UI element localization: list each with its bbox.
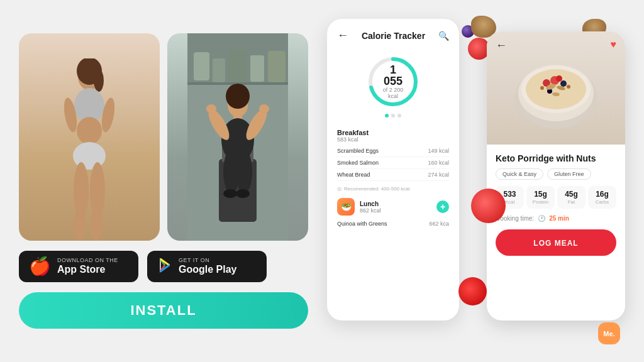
nutrition-kcal: 533 Kcal [496,186,524,209]
svg-point-56 [567,85,570,89]
log-meal-button[interactable]: LOG MEAL [496,229,616,256]
blueberry-decoration-1 [462,25,474,38]
svg-point-50 [556,75,562,82]
recipe-image: ← ♥ [487,31,625,145]
dot-1 [385,114,389,118]
avatar-card: Me. [598,322,620,344]
googleplay-text: GET IT ON Google Play [179,257,236,275]
meal-item-cal-2: 160 kcal [428,160,449,166]
add-lunch-button[interactable]: + [436,200,449,213]
recipe-title: Keto Porridge with Nuts [496,153,616,163]
recommended-label: Recommended: 400-500 kcal [344,186,410,192]
circle-center: 1 055 of 2 200 kcal [379,64,408,99]
svg-rect-17 [213,58,225,82]
quinoa-name: Quinoa with Greens [337,221,387,227]
avatar-initials: Me. [603,330,614,337]
meal-item-cal: 149 kcal [428,148,449,154]
svg-rect-19 [250,55,264,82]
svg-point-5 [77,117,102,145]
meal-item-name-3: Wheat Bread [337,172,370,178]
svg-point-31 [259,104,269,113]
calorie-tracker-header: ← Calorie Tracker 🔍 [327,19,459,47]
protein-value: 15g [528,190,553,199]
back-arrow-icon[interactable]: ← [337,29,348,42]
svg-point-2 [94,69,104,92]
calorie-tracker-title: Calorie Tracker [362,31,425,41]
nutrition-carbs: 16g Carbs [588,186,616,209]
appstore-text: Download on the App Store [57,257,118,275]
progress-dots [385,114,401,118]
recipe-back-icon[interactable]: ← [496,39,507,52]
kcal-label: Kcal [497,199,523,205]
svg-rect-18 [228,49,247,82]
googleplay-icon [157,258,172,276]
heart-icon[interactable]: ♥ [611,39,617,52]
lunch-title: Lunch [360,200,431,207]
svg-point-11 [74,209,86,241]
dot-2 [391,114,395,118]
lunch-info: Lunch 862 kcal [360,200,431,214]
recipe-tag-gluten: Gluten Free [547,168,591,180]
googleplay-button[interactable]: GET IT ON Google Play [147,251,267,282]
recipe-header-bar: ← ♥ [487,31,625,60]
meal-item-name-2: Smoked Salmon [337,160,379,166]
main-container: 🍎 Download on the App Store [0,0,644,362]
carbs-value: 16g [589,190,615,199]
svg-point-55 [540,86,544,90]
quinoa-cal: 662 kca [429,221,449,227]
apple-icon: 🍎 [29,258,51,275]
photos-row [19,33,308,241]
svg-point-34 [223,189,237,198]
svg-point-30 [206,104,216,113]
recipe-screen: ← ♥ Keto Porridge with Nuts Quick & Easy… [487,31,625,321]
carbs-label: Carbs [589,199,615,205]
clock-icon: 🕐 [538,215,545,222]
recommended-text: ◎ Recommended: 400-500 kcal [327,184,459,194]
googleplay-main-label: Google Play [179,263,236,275]
meal-item-cal-3: 274 kcal [428,172,449,178]
calorie-sub: of 2 200 kcal [379,87,408,99]
meal-item-scrambled: Scrambled Eggs 149 kcal [337,145,449,157]
appstore-main-label: App Store [57,263,118,275]
appstore-sub-label: Download on the [57,257,118,263]
raspberry-decoration-3 [458,277,487,305]
cooking-time: Cooking time: 🕐 25 min [496,215,616,222]
nutrition-fat: 45g Fat [557,186,586,209]
install-label: INSTALL [130,302,196,318]
svg-point-49 [560,80,567,87]
googleplay-sub-label: GET IT ON [179,257,236,263]
recommended-icon: ◎ [337,186,341,192]
recipe-content: Keto Porridge with Nuts Quick & Easy Glu… [487,145,625,265]
kcal-value: 533 [497,190,523,199]
svg-rect-16 [194,52,209,80]
appstore-button[interactable]: 🍎 Download on the App Store [19,251,138,282]
svg-point-35 [236,189,250,198]
protein-label: Protein [528,199,553,205]
svg-point-46 [526,69,586,109]
meal-item-salmon: Smoked Salmon 160 kcal [337,157,449,169]
breakfast-kcal: 583 kcal [337,136,449,143]
search-icon[interactable]: 🔍 [438,31,449,41]
log-meal-label: LOG MEAL [533,239,578,248]
fat-value: 45g [558,190,584,199]
svg-point-25 [228,85,247,98]
dot-3 [397,114,401,118]
photo-card-fitness-1 [19,33,160,241]
nutrition-grid: 533 Kcal 15g Protein 45g Fat 16g Carbs [496,186,616,209]
calorie-number: 1 055 [379,64,408,87]
recipe-tags: Quick & Easy Gluten Free [496,168,616,180]
cooking-time-value: 25 min [549,215,569,222]
calorie-circle: 1 055 of 2 200 kcal [365,53,421,110]
install-button[interactable]: INSTALL [19,292,308,329]
breakfast-section: Breakfast 583 kcal Scrambled Eggs 149 kc… [327,124,459,184]
calorie-circle-container: 1 055 of 2 200 kcal [327,47,459,124]
svg-rect-20 [268,51,286,82]
lunch-section: 🥗 Lunch 862 kcal + [327,194,459,218]
cooking-time-label: Cooking time: [496,215,534,222]
store-buttons: 🍎 Download on the App Store [19,251,308,282]
lunch-kcal: 862 kcal [360,207,431,214]
meal-item-bread: Wheat Bread 274 kcal [337,169,449,181]
photo-card-fitness-2 [167,33,308,241]
lunch-icon: 🥗 [337,198,355,216]
svg-point-33 [236,150,252,194]
